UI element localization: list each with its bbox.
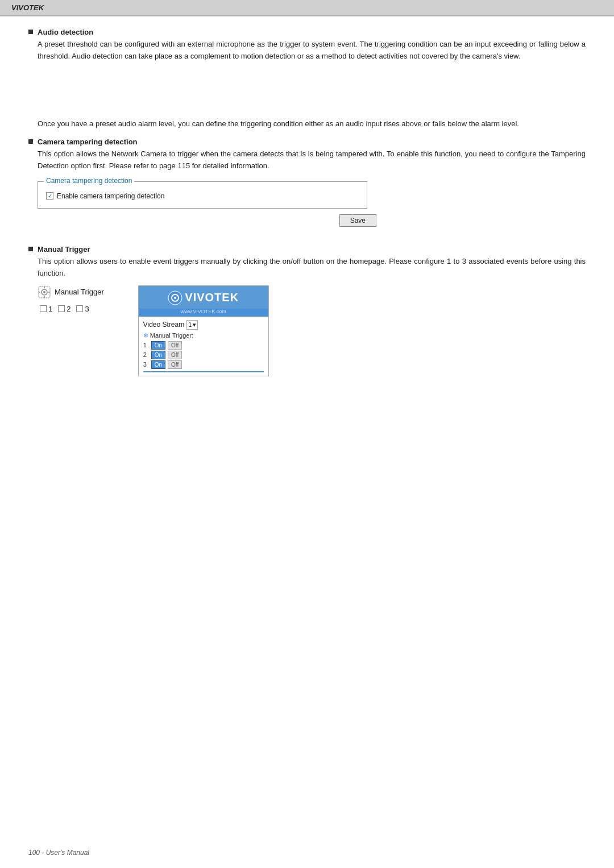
enable-tampering-checkbox[interactable]: [46, 192, 53, 200]
mt-num-3: 3: [143, 361, 149, 368]
checkbox-1-label: 1: [48, 305, 52, 313]
manual-trigger-title: Manual Trigger: [28, 245, 586, 254]
manual-trigger-icon: [38, 285, 51, 299]
audio-detection-heading: Audio detection: [38, 28, 93, 36]
video-stream-select[interactable]: 1 ▾: [186, 320, 198, 330]
checkbox-3-item[interactable]: 3: [76, 305, 89, 313]
tampering-box-title: Camera tampering detection: [44, 177, 134, 185]
camera-tampering-text: This option allows the Network Camera to…: [38, 148, 586, 172]
audio-detection-title: Audio detection: [28, 28, 586, 36]
mt-row-1: 1 On Off: [143, 341, 264, 350]
camera-tampering-heading: Camera tampering detection: [38, 138, 138, 146]
vivotek-logo: VIVOTEK: [168, 290, 239, 305]
manual-trigger-body: This option allows users to enable event…: [38, 256, 586, 280]
panel-bottom-border: [143, 371, 264, 372]
top-bar: VIVOTEK: [0, 0, 614, 16]
manual-trigger-heading: Manual Trigger: [38, 245, 90, 254]
small-spacer-1: [28, 130, 586, 138]
vivotek-logo-text: VIVOTEK: [185, 291, 239, 304]
manual-trigger-label: Manual Trigger: [55, 288, 104, 296]
checkbox-2-label: 2: [67, 305, 70, 313]
camera-tampering-title: Camera tampering detection: [28, 138, 586, 146]
svg-point-9: [174, 297, 176, 299]
manual-trigger-left: Manual Trigger 1 2: [38, 285, 104, 313]
mt-row-3: 3 On Off: [143, 360, 264, 369]
page-wrapper: VIVOTEK Audio detection A preset thresho…: [0, 0, 614, 868]
mt-on-2[interactable]: On: [151, 351, 165, 359]
mt-header: ❄ Manual Trigger:: [143, 332, 264, 339]
svg-point-2: [43, 291, 45, 293]
audio-detection-body: A preset threshold can be configured wit…: [38, 39, 586, 63]
vivotek-panel-header: VIVOTEK: [139, 286, 268, 309]
mt-off-2[interactable]: Off: [168, 351, 182, 359]
camera-tampering-box: Camera tampering detection Enable camera…: [38, 181, 367, 209]
checkbox-3-label: 3: [85, 305, 89, 313]
audio-detection-section: Audio detection A preset threshold can b…: [28, 28, 586, 63]
manual-trigger-text: This option allows users to enable event…: [38, 256, 586, 280]
bullet-icon: [28, 30, 33, 34]
enable-tampering-label: Enable camera tampering detection: [57, 192, 164, 200]
dropdown-arrow: ▾: [193, 321, 196, 329]
vivotek-logo-icon: [168, 290, 182, 305]
content-area: Audio detection A preset threshold can b…: [0, 16, 614, 409]
audio-detection-text: A preset threshold can be configured wit…: [38, 39, 586, 63]
video-stream-label: Video Stream: [143, 321, 185, 329]
video-stream-row: Video Stream 1 ▾: [143, 320, 264, 330]
audio-extra-text-block: Once you have a preset audio alarm level…: [38, 118, 586, 130]
mt-row-2: 2 On Off: [143, 351, 264, 359]
mt-off-3[interactable]: Off: [168, 360, 182, 369]
brand-name: VIVOTEK: [11, 3, 44, 12]
camera-tampering-body: This option allows the Network Camera to…: [38, 148, 586, 172]
mt-on-3[interactable]: On: [151, 360, 165, 369]
tampering-checkbox-row[interactable]: Enable camera tampering detection: [46, 192, 359, 200]
mt-off-1[interactable]: Off: [168, 341, 182, 350]
vivotek-mt-section: ❄ Manual Trigger: 1 On Off 2: [143, 332, 264, 372]
spacer-1: [28, 73, 586, 118]
checkbox-numbers-row: 1 2 3: [40, 305, 104, 313]
checkbox-3[interactable]: [76, 305, 83, 312]
snowflake-icon: ❄: [143, 332, 148, 339]
bullet-icon-3: [28, 247, 33, 251]
small-spacer-2: [28, 237, 586, 245]
save-button[interactable]: Save: [339, 214, 376, 227]
manual-trigger-icon-row: Manual Trigger: [38, 285, 104, 299]
checkbox-1[interactable]: [40, 305, 47, 312]
mt-section-label: Manual Trigger:: [150, 332, 193, 339]
vivotek-url: www.VIVOTEK.com: [139, 309, 268, 317]
checkbox-2[interactable]: [58, 305, 65, 312]
manual-trigger-section: Manual Trigger This option allows users …: [28, 245, 586, 376]
bullet-icon-2: [28, 139, 33, 144]
vivotek-panel-body: Video Stream 1 ▾ ❄ Manual Trigger:: [139, 317, 268, 376]
audio-extra-text: Once you have a preset audio alarm level…: [38, 118, 586, 130]
mt-num-1: 1: [143, 342, 149, 348]
save-btn-row: Save: [38, 214, 376, 227]
vivotek-panel: VIVOTEK www.VIVOTEK.com Video Stream 1 ▾: [138, 285, 269, 376]
camera-tampering-section: Camera tampering detection This option a…: [28, 138, 586, 227]
mt-on-1[interactable]: On: [151, 341, 165, 350]
mt-num-2: 2: [143, 351, 149, 358]
checkbox-1-item[interactable]: 1: [40, 305, 52, 313]
checkbox-2-item[interactable]: 2: [58, 305, 70, 313]
footer: 100 - User's Manual: [28, 849, 89, 857]
manual-trigger-area: Manual Trigger 1 2: [38, 285, 586, 376]
stream-value: 1: [188, 321, 192, 328]
